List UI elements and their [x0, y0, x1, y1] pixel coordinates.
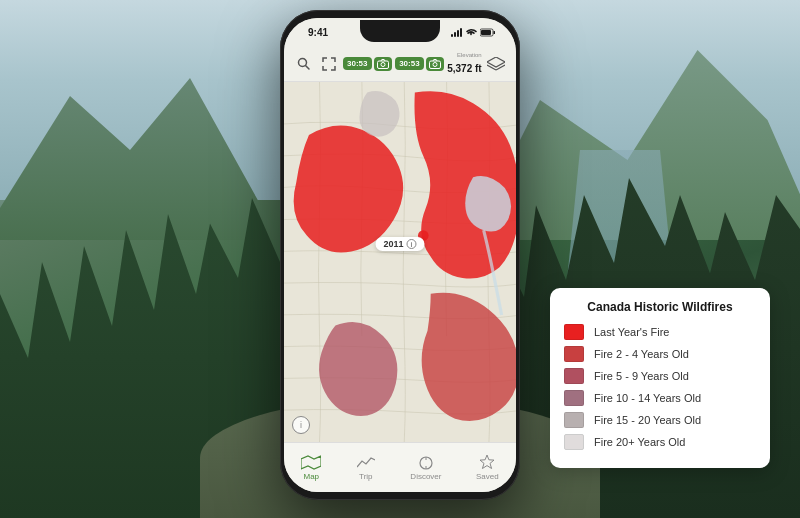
- camera-icon[interactable]: [374, 57, 392, 71]
- legend-label-2-4: Fire 2 - 4 Years Old: [594, 348, 689, 360]
- discover-nav-icon: [416, 454, 436, 470]
- legend-item-15-20: Fire 15 - 20 Years Old: [564, 412, 756, 428]
- svg-rect-1: [494, 31, 496, 34]
- timer-1-value: 30:53: [347, 59, 367, 68]
- search-icon[interactable]: [293, 53, 315, 75]
- saved-nav-icon: [477, 454, 497, 470]
- legend-swatch-15-20: [564, 412, 584, 428]
- nav-item-trip[interactable]: Trip: [356, 454, 376, 481]
- nav-label-trip: Trip: [359, 472, 372, 481]
- legend-title: Canada Historic Wildfires: [564, 300, 756, 314]
- nav-item-map[interactable]: Map: [301, 454, 321, 481]
- camera-icon-2[interactable]: [426, 57, 444, 71]
- legend-swatch-10-14: [564, 390, 584, 406]
- svg-point-8: [433, 62, 437, 66]
- legend-card: Canada Historic Wildfires Last Year's Fi…: [550, 288, 770, 468]
- legend-label-10-14: Fire 10 - 14 Years Old: [594, 392, 701, 404]
- timer-2[interactable]: 30:53: [395, 57, 423, 70]
- timer-2-value: 30:53: [399, 59, 419, 68]
- nav-label-map: Map: [303, 472, 319, 481]
- legend-item-2-4: Fire 2 - 4 Years Old: [564, 346, 756, 362]
- elevation-value: 5,372 ft: [447, 63, 481, 74]
- svg-point-6: [381, 62, 385, 66]
- status-icons: [451, 27, 496, 37]
- map-nav-icon: [301, 454, 321, 470]
- battery-icon: [480, 28, 496, 37]
- legend-swatch-5-9: [564, 368, 584, 384]
- timer-1[interactable]: 30:53: [343, 57, 371, 70]
- toolbar: 30:53 30:53: [284, 46, 516, 82]
- svg-marker-18: [480, 455, 494, 469]
- signal-icon: [451, 27, 462, 37]
- bottom-nav: Map Trip: [284, 442, 516, 492]
- expand-icon[interactable]: [318, 53, 340, 75]
- phone-screen: 9:41: [284, 18, 516, 492]
- status-time: 9:41: [308, 27, 328, 38]
- legend-item-last-year: Last Year's Fire: [564, 324, 756, 340]
- svg-marker-9: [487, 57, 505, 67]
- year-label[interactable]: 2011 i: [375, 237, 424, 251]
- nav-label-discover: Discover: [410, 472, 441, 481]
- legend-label-last-year: Last Year's Fire: [594, 326, 669, 338]
- svg-rect-2: [481, 30, 491, 35]
- wifi-icon: [465, 28, 477, 37]
- svg-marker-14: [301, 456, 321, 469]
- year-info-icon[interactable]: i: [407, 239, 417, 249]
- elevation-display: Elevation 5,372 ft: [447, 52, 481, 76]
- legend-swatch-2-4: [564, 346, 584, 362]
- legend-item-20-plus: Fire 20+ Years Old: [564, 434, 756, 450]
- map-svg: [284, 82, 516, 442]
- legend-label-20-plus: Fire 20+ Years Old: [594, 436, 685, 448]
- legend-label-15-20: Fire 15 - 20 Years Old: [594, 414, 701, 426]
- nav-item-discover[interactable]: Discover: [410, 454, 441, 481]
- nav-label-saved: Saved: [476, 472, 499, 481]
- legend-swatch-last-year: [564, 324, 584, 340]
- svg-line-4: [306, 65, 310, 69]
- elevation-label: Elevation: [447, 52, 481, 58]
- phone-notch: [360, 20, 440, 42]
- layers-icon[interactable]: [485, 53, 507, 75]
- phone: 9:41: [280, 10, 520, 500]
- legend-swatch-20-plus: [564, 434, 584, 450]
- info-button[interactable]: i: [292, 416, 310, 434]
- nav-item-saved[interactable]: Saved: [476, 454, 499, 481]
- map-area[interactable]: 2011 i: [284, 82, 516, 442]
- legend-item-5-9: Fire 5 - 9 Years Old: [564, 368, 756, 384]
- trip-nav-icon: [356, 454, 376, 470]
- phone-body: 9:41: [280, 10, 520, 500]
- legend-item-10-14: Fire 10 - 14 Years Old: [564, 390, 756, 406]
- legend-label-5-9: Fire 5 - 9 Years Old: [594, 370, 689, 382]
